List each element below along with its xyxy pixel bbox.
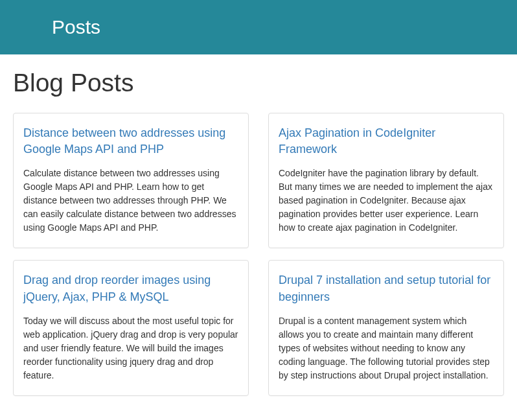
post-title-link[interactable]: Distance between two addresses using Goo…: [23, 125, 238, 158]
post-title-link[interactable]: Ajax Pagination in CodeIgniter Framework: [279, 125, 494, 158]
post-card: Drag and drop reorder images using jQuer…: [13, 260, 249, 395]
post-card: Distance between two addresses using Goo…: [13, 113, 249, 248]
post-description: Drupal is a content management system wh…: [279, 314, 494, 382]
post-description: CodeIgniter have the pagination library …: [279, 167, 494, 235]
post-description: Calculate distance between two addresses…: [23, 167, 238, 235]
post-title-link[interactable]: Drupal 7 installation and setup tutorial…: [279, 272, 494, 305]
page-title: Blog Posts: [13, 69, 504, 97]
page-header: Posts: [0, 0, 517, 54]
posts-grid: Distance between two addresses using Goo…: [13, 113, 504, 396]
header-title: Posts: [52, 16, 517, 38]
main-container: Blog Posts Distance between two addresse…: [0, 69, 517, 415]
post-description: Today we will discuss about the most use…: [23, 314, 238, 382]
post-card: Drupal 7 installation and setup tutorial…: [268, 260, 504, 395]
post-title-link[interactable]: Drag and drop reorder images using jQuer…: [23, 272, 238, 305]
post-card: Ajax Pagination in CodeIgniter Framework…: [268, 113, 504, 248]
